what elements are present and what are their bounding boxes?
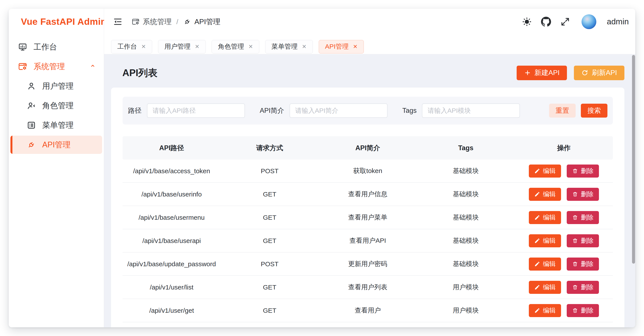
edit-button[interactable]: 编辑 bbox=[529, 258, 561, 271]
filter-tags: Tags bbox=[402, 103, 520, 118]
collapse-sidebar-icon bbox=[113, 17, 123, 27]
edit-button[interactable]: 编辑 bbox=[529, 281, 561, 294]
brand-title: Vue FastAPI Admin bbox=[21, 16, 106, 27]
system-settings-icon bbox=[18, 62, 28, 71]
close-icon[interactable]: ✕ bbox=[141, 44, 146, 49]
fullscreen-button[interactable] bbox=[560, 17, 570, 27]
sidebar-item-menu-management[interactable]: 菜单管理 bbox=[10, 116, 102, 134]
github-icon bbox=[541, 17, 551, 27]
edit-button[interactable]: 编辑 bbox=[529, 211, 561, 224]
delete-button[interactable]: 删除 bbox=[567, 304, 599, 317]
breadcrumb-api[interactable]: API管理 bbox=[183, 17, 220, 27]
table-row: /api/v1/base/access_tokenPOST获取token基础模块… bbox=[122, 160, 613, 183]
edit-button[interactable]: 编辑 bbox=[529, 188, 561, 201]
cell-path: /api/v1/user/get bbox=[122, 307, 220, 314]
sidebar-item-role-management[interactable]: 角色管理 bbox=[10, 97, 102, 115]
chevron-up-icon bbox=[89, 62, 96, 71]
edit-button[interactable]: 编辑 bbox=[529, 234, 561, 247]
sidebar-item-workbench[interactable]: 工作台 bbox=[10, 38, 102, 56]
search-button[interactable]: 搜索 bbox=[581, 104, 608, 118]
path-input[interactable] bbox=[147, 103, 245, 118]
main-area: 系统管理 / API管理 bbox=[104, 9, 635, 327]
delete-button[interactable]: 删除 bbox=[567, 234, 599, 247]
cell-summary: 查看用户信息 bbox=[319, 190, 417, 199]
close-icon[interactable]: ✕ bbox=[195, 44, 200, 49]
delete-trash-icon bbox=[572, 168, 578, 174]
table-row: /api/v1/base/userinfoGET查看用户信息基础模块编辑删除 bbox=[122, 183, 613, 206]
delete-button[interactable]: 删除 bbox=[567, 188, 599, 201]
cell-method: GET bbox=[220, 307, 318, 314]
sidebar: Vue FastAPI Admin 工作台 系统管理 bbox=[9, 9, 104, 327]
tab-角色管理[interactable]: 角色管理✕ bbox=[212, 40, 259, 53]
tab-label: API管理 bbox=[325, 42, 348, 51]
breadcrumb-system[interactable]: 系统管理 bbox=[132, 17, 172, 27]
tab-label: 用户管理 bbox=[164, 42, 190, 51]
cell-path: /api/v1/base/update_password bbox=[122, 260, 220, 268]
page-title: API列表 bbox=[122, 66, 158, 79]
sidebar-collapse-button[interactable] bbox=[113, 17, 123, 27]
edit-pencil-icon bbox=[534, 308, 540, 313]
delete-trash-icon bbox=[572, 238, 578, 244]
filter-path: 路径 bbox=[128, 103, 245, 118]
cell-actions: 编辑删除 bbox=[515, 188, 613, 201]
edit-button[interactable]: 编辑 bbox=[529, 304, 561, 317]
tab-API管理[interactable]: API管理✕ bbox=[319, 40, 364, 53]
avatar[interactable] bbox=[582, 14, 596, 29]
github-button[interactable] bbox=[541, 17, 551, 27]
cell-summary: 获取token bbox=[319, 167, 417, 175]
edit-pencil-icon bbox=[534, 214, 540, 220]
cell-method: GET bbox=[220, 214, 318, 221]
close-icon[interactable]: ✕ bbox=[248, 44, 253, 49]
refresh-icon bbox=[581, 69, 588, 76]
reset-button[interactable]: 重置 bbox=[549, 104, 576, 118]
refresh-api-button[interactable]: 刷新API bbox=[574, 66, 624, 80]
edit-button[interactable]: 编辑 bbox=[529, 165, 561, 177]
delete-trash-icon bbox=[572, 308, 578, 313]
sidebar-submenu: 用户管理角色管理菜单管理API管理 bbox=[9, 77, 104, 154]
sidebar-item-user-management[interactable]: 用户管理 bbox=[10, 77, 102, 95]
tab-用户管理[interactable]: 用户管理✕ bbox=[158, 40, 206, 53]
sidebar-item-system[interactable]: 系统管理 bbox=[10, 57, 102, 76]
close-icon[interactable]: ✕ bbox=[302, 44, 306, 49]
delete-button[interactable]: 删除 bbox=[567, 258, 599, 271]
tags-input[interactable] bbox=[422, 103, 520, 118]
close-icon[interactable]: ✕ bbox=[353, 44, 358, 49]
sidebar-item-label: 用户管理 bbox=[42, 81, 74, 92]
column-header: API路径 bbox=[122, 144, 220, 153]
tab-工作台[interactable]: 工作台✕ bbox=[111, 40, 152, 53]
vertical-scrollbar-thumb[interactable] bbox=[632, 55, 635, 264]
delete-trash-icon bbox=[572, 261, 578, 267]
filter-summary: API简介 bbox=[260, 103, 388, 118]
summary-input[interactable] bbox=[290, 103, 388, 118]
username[interactable]: admin bbox=[607, 17, 629, 26]
column-header: 请求方式 bbox=[220, 144, 318, 153]
delete-button[interactable]: 删除 bbox=[567, 211, 599, 224]
table-row: /api/v1/user/getGET查看用户用户模块编辑删除 bbox=[122, 299, 613, 322]
cell-path: /api/v1/base/usermenu bbox=[122, 214, 220, 221]
brand[interactable]: Vue FastAPI Admin bbox=[9, 9, 104, 35]
cell-actions: 编辑删除 bbox=[515, 304, 613, 317]
cell-actions: 编辑删除 bbox=[515, 281, 613, 294]
tags-label: Tags bbox=[402, 107, 416, 115]
delete-button[interactable]: 删除 bbox=[567, 165, 599, 177]
tab-菜单管理[interactable]: 菜单管理✕ bbox=[265, 40, 313, 53]
cell-path: /api/v1/base/userapi bbox=[122, 237, 220, 244]
column-header: 操作 bbox=[515, 144, 613, 153]
cell-summary: 更新用户密码 bbox=[319, 260, 417, 268]
delete-button[interactable]: 删除 bbox=[567, 281, 599, 294]
table-row: /api/v1/base/update_passwordPOST更新用户密码基础… bbox=[122, 253, 613, 276]
sidebar-item-api-management[interactable]: API管理 bbox=[10, 136, 102, 154]
filter-bar: 路径 API简介 Tags 重置 搜索 bbox=[122, 97, 613, 125]
sidebar-item-label: 系统管理 bbox=[34, 61, 65, 72]
tab-label: 角色管理 bbox=[218, 42, 244, 51]
system-settings-icon bbox=[132, 18, 140, 26]
cell-tags: 基础模块 bbox=[417, 190, 515, 199]
cell-summary: 查看用户菜单 bbox=[319, 213, 417, 222]
cell-summary: 查看用户 bbox=[319, 306, 417, 315]
create-api-button[interactable]: 新建API bbox=[517, 66, 567, 80]
theme-toggle-button[interactable] bbox=[522, 17, 532, 27]
cell-path: /api/v1/base/access_token bbox=[122, 167, 220, 175]
table-row: /api/v1/base/userapiGET查看用户API基础模块编辑删除 bbox=[122, 229, 613, 253]
cell-method: GET bbox=[220, 191, 318, 198]
sidebar-item-label: 菜单管理 bbox=[42, 120, 74, 131]
